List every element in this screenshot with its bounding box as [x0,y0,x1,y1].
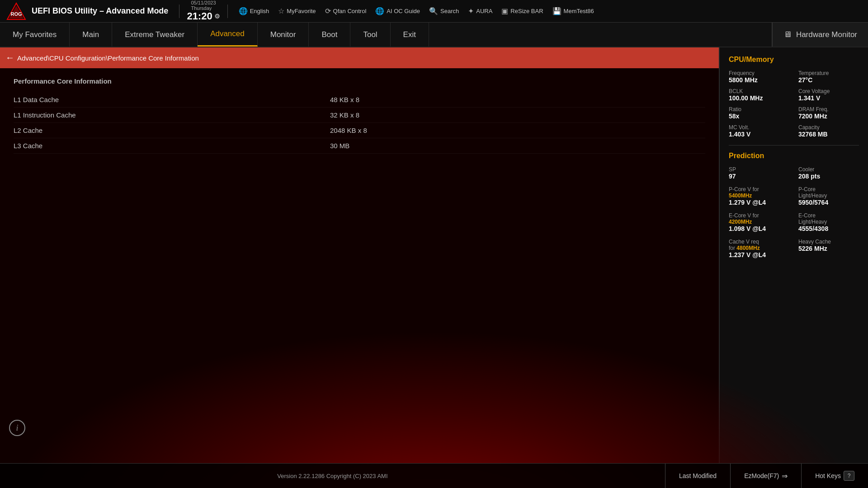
info-icon[interactable]: i [9,420,25,436]
l2-cache-value: 2048 KB x 8 [330,127,367,134]
pred-pcore-v: P-Core V for 5400MHz 1.279 V @L4 [729,186,789,206]
favorite-icon: ☆ [278,7,284,15]
ratio-label: Ratio [729,106,789,113]
ai-icon: 🌐 [375,7,384,15]
frequency-value: 5800 MHz [729,76,789,84]
cpu-memory-grid: Frequency 5800 MHz Temperature 27°C BCLK… [729,70,859,138]
hot-keys-label: Hot Keys [815,472,841,479]
ecore-v-freq: 4200MHz [729,219,789,225]
footer-bar: Version 2.22.1286 Copyright (C) 2023 AMI… [0,463,868,488]
resize-icon: ▣ [501,7,508,15]
l1-data-cache-value: 48 KB x 8 [330,96,359,103]
tool-aura[interactable]: ✦ AURA [468,7,492,15]
pred-cache-v: Cache V req for 4800MHz 1.237 V @L4 [729,239,789,258]
section-title: Performance Core Information [14,77,705,85]
rog-logo-icon: ROG [5,2,27,20]
table-row: L2 Cache 2048 KB x 8 [14,123,705,138]
prediction-grid: SP 97 Cooler 208 pts [729,166,859,180]
frequency-label: Frequency [729,70,789,76]
clock-display: 21:20 ⚙ [187,11,220,22]
footer-right: Last Modified EzMode(F7) ⇒ Hot Keys ? [665,464,868,488]
table-row: L1 Instruction Cache 32 KB x 8 [14,108,705,123]
tool-resizebar[interactable]: ▣ ReSize BAR [501,7,543,15]
pcore-lh-value: 5950/5764 [798,199,859,206]
l1-instruction-cache-label: L1 Instruction Cache [14,111,330,119]
l3-cache-value: 30 MB [330,142,349,150]
pcore-v-value: 1.279 V @L4 [729,199,789,206]
l1-instruction-cache-value: 32 KB x 8 [330,111,359,119]
pred-cooler: Cooler 208 pts [798,166,859,180]
pcore-lh-label: P-Core [798,186,859,192]
tool-memtest[interactable]: 💾 MemTest86 [552,7,594,15]
memtest-icon: 💾 [552,7,561,15]
hardware-monitor-tab: 🖥 Hardware Monitor [772,23,868,47]
tab-extreme-tweaker[interactable]: Extreme Tweaker [112,23,198,47]
cache-v-value: 1.237 V @L4 [729,251,789,258]
back-arrow-icon[interactable]: ← [7,53,13,63]
settings-icon[interactable]: ⚙ [214,13,220,20]
tab-monitor[interactable]: Monitor [258,23,309,47]
pred-heavy-cache: Heavy Cache 5226 MHz [798,239,859,258]
ecore-lh-sublabel: Light/Heavy [798,219,859,225]
header-divider-2 [227,5,228,18]
last-modified-button[interactable]: Last Modified [665,464,730,488]
l3-cache-label: L3 Cache [14,142,330,150]
tab-boot[interactable]: Boot [309,23,350,47]
header-top-bar: ROG UEFI BIOS Utility – Advanced Mode 05… [0,0,868,23]
hw-item-bclk: BCLK 100.00 MHz [729,88,789,102]
hw-item-mc-volt: MC Volt. 1.403 V [729,124,789,138]
header-tools: 🌐 English ☆ MyFavorite ⟳ Qfan Control 🌐 … [239,7,863,15]
dram-freq-value: 7200 MHz [798,113,859,120]
temperature-value: 27°C [798,76,859,84]
tab-exit[interactable]: Exit [391,23,429,47]
ez-mode-icon: ⇒ [782,472,788,480]
tool-aioc-label: AI OC Guide [387,8,420,14]
tab-main[interactable]: Main [70,23,112,47]
mc-volt-label: MC Volt. [729,124,789,131]
prediction-title: Prediction [729,152,859,160]
ecore-v-value: 1.098 V @L4 [729,225,789,232]
logo-area: ROG UEFI BIOS Utility – Advanced Mode [5,2,168,20]
tab-advanced[interactable]: Advanced [198,23,258,47]
ratio-value: 58x [729,113,789,120]
globe-icon: 🌐 [239,7,248,15]
pcore-lh-sublabel: Light/Heavy [798,192,859,199]
fan-icon: ⟳ [325,7,331,15]
tool-myfavorite-label: MyFavorite [287,8,316,14]
core-voltage-value: 1.341 V [798,94,859,102]
tool-search[interactable]: 🔍 Search [429,7,459,15]
hw-item-core-voltage: Core Voltage 1.341 V [798,88,859,102]
dram-freq-label: DRAM Freq. [798,106,859,113]
ez-mode-button[interactable]: EzMode(F7) ⇒ [730,464,801,488]
tool-myfavorite[interactable]: ☆ MyFavorite [278,7,316,15]
tool-resizebar-label: ReSize BAR [510,8,543,14]
hw-item-capacity: Capacity 32768 MB [798,124,859,138]
l2-cache-label: L2 Cache [14,127,330,134]
cooler-label: Cooler [798,166,859,173]
tab-tool[interactable]: Tool [350,23,390,47]
info-icon-area: i [9,420,25,436]
ecore-lh-value: 4555/4308 [798,225,859,232]
pred-sp: SP 97 [729,166,789,180]
capacity-value: 32768 MB [798,131,859,138]
hot-keys-button[interactable]: Hot Keys ? [801,464,868,488]
pcore-v-freq: 5400MHz [729,192,789,199]
core-voltage-label: Core Voltage [798,88,859,94]
tool-aura-label: AURA [476,8,492,14]
tool-aioc[interactable]: 🌐 AI OC Guide [375,7,420,15]
datetime-area: 05/11/2023Thursday 21:20 ⚙ [187,0,220,22]
hardware-monitor-label: Hardware Monitor [796,30,857,39]
tool-english[interactable]: 🌐 English [239,7,269,15]
last-modified-label: Last Modified [679,472,717,479]
tool-qfan[interactable]: ⟳ Qfan Control [325,7,367,15]
breadcrumb: Advanced\CPU Configuration\Performance C… [17,54,199,62]
tab-my-favorites[interactable]: My Favorites [0,23,70,47]
cpu-memory-title: CPU/Memory [729,56,859,64]
sp-label: SP [729,166,789,173]
heavy-cache-label: Heavy Cache [798,239,859,245]
ecore-lh-label: E-Core [798,212,859,219]
tool-qfan-label: Qfan Control [333,8,367,14]
main-content: ← Advanced\CPU Configuration\Performance… [0,47,868,463]
hotkeys-key-icon: ? [844,471,854,481]
hw-item-dram-freq: DRAM Freq. 7200 MHz [798,106,859,120]
